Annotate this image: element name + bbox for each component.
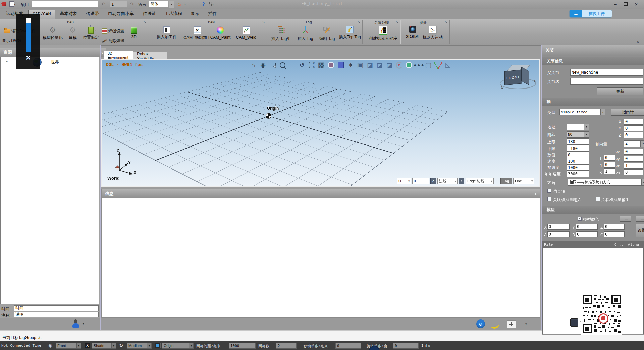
robot-motion-button[interactable]: ▷ 机器人运动 [421, 26, 444, 40]
model-z-input[interactable] [604, 224, 625, 230]
rotate-point-icon[interactable] [395, 61, 403, 69]
weld-settings-button[interactable]: 焊缝设置 [102, 28, 124, 34]
note-input[interactable] [14, 312, 99, 317]
reference-icon-button[interactable] [155, 343, 161, 348]
cad-dialog-launcher-icon[interactable]: ↘ [144, 20, 146, 24]
select-rect-icon[interactable] [337, 61, 344, 69]
y-input[interactable] [624, 125, 643, 131]
k-input[interactable] [604, 168, 615, 174]
update-button[interactable]: 更新 [597, 88, 643, 95]
grid-count-input[interactable] [276, 343, 297, 349]
tree-expand-icon[interactable]: + [5, 60, 9, 64]
time-input[interactable] [14, 305, 99, 311]
axis-vector-select[interactable]: Z [624, 140, 641, 147]
tree-node-world[interactable]: 世界 [51, 59, 59, 65]
model-lightweight-button[interactable]: ⚙ 模型轻量化 [42, 26, 63, 41]
shade-mode-select[interactable]: Shade [92, 343, 111, 349]
jerk-input[interactable] [567, 171, 589, 177]
u-select[interactable]: U [397, 178, 411, 184]
panel-robot-icon[interactable] [570, 318, 578, 327]
model-settings-button[interactable]: 设置 [636, 224, 644, 237]
quality-arrow[interactable]: ▾ [147, 343, 152, 349]
u-value-input[interactable] [412, 178, 429, 184]
restore-button[interactable] [621, 1, 631, 7]
ribbon-collapse-icon[interactable]: ∧ [637, 40, 639, 43]
insert-workpiece-button[interactable]: 插入加工件 [154, 26, 179, 40]
direction-select[interactable]: 相同——与标准系统轴方向 [568, 179, 642, 186]
shade-mode-arrow[interactable]: ▾ [111, 343, 116, 349]
view-direction-select[interactable]: Front [56, 343, 76, 349]
tab-3d-environment[interactable]: 3D Environment [104, 51, 133, 59]
rotate-view-icon[interactable]: ↺ [298, 61, 306, 69]
model-y-input[interactable] [576, 224, 598, 230]
3d-viewport[interactable]: OGL - HW64 fps ⌂ ◉ ↺ ↖ ↗↙ ↘ ▩ ⌖ ▣ ◪ ◪ ◪ … [101, 59, 540, 187]
origin-select[interactable]: Origin [162, 343, 189, 349]
operator-chevron-icon[interactable]: ▾ [83, 322, 84, 325]
attach-select[interactable]: NO [567, 131, 584, 138]
operator-icon[interactable] [72, 319, 80, 328]
origin-marker[interactable] [266, 113, 271, 119]
insert-tcp-tag-button[interactable]: 插入Tcp Tag [338, 26, 362, 40]
grid-spacing-input[interactable] [229, 343, 256, 349]
menu-tab-plugins[interactable]: 插件 [204, 9, 221, 19]
cam-milling-button[interactable]: ✕ CAM_铣削加工 [182, 26, 213, 41]
joint-name-input[interactable] [570, 78, 643, 85]
box-points-icon[interactable]: ▢ [425, 61, 432, 69]
color-column[interactable]: C... [614, 243, 623, 247]
clip-plane-y-icon[interactable]: ◪ [376, 61, 383, 69]
view-cube-letter-s[interactable]: S [501, 85, 503, 89]
type-select-arrow[interactable]: ▾ [600, 109, 605, 115]
i-input[interactable] [604, 155, 615, 161]
refresh-icon[interactable]: ↻ [119, 343, 123, 348]
swoosh-icon[interactable] [490, 320, 500, 330]
home-view-icon[interactable]: ⌂ [250, 61, 257, 69]
info-collapse-icon[interactable]: ‹ [535, 191, 536, 196]
j-input[interactable] [604, 162, 615, 168]
parent-joint-input[interactable] [570, 69, 643, 76]
va-input[interactable] [624, 169, 643, 175]
speed-input[interactable] [567, 158, 589, 164]
view-eye-icon[interactable]: ◉ [259, 61, 267, 69]
menu-tab-display[interactable]: 显示 [187, 9, 204, 19]
rotate-step-input[interactable] [393, 343, 419, 349]
view-cube[interactable]: FRONT S E [507, 65, 531, 92]
alpha-column[interactable]: Alpha [628, 243, 639, 247]
path-points-icon[interactable]: ◆─◆─◆ [415, 61, 422, 69]
origin-arrow[interactable]: ▾ [189, 343, 194, 349]
pan-icon[interactable] [288, 61, 296, 69]
create-robot-program-button[interactable]: 创建机器人程序 [368, 26, 398, 41]
z-toggle-button[interactable]: Z [430, 178, 436, 184]
value-input[interactable] [567, 152, 589, 158]
clear-weld-button[interactable]: 清除焊缝 [102, 38, 124, 44]
post-dialog-launcher-icon[interactable]: ↘ [396, 20, 398, 24]
drag-upload-button[interactable]: ☁ 拖拽上传 [570, 10, 612, 17]
quality-select[interactable]: Medium [127, 343, 147, 349]
visibility-eye-icon[interactable]: ◉ [48, 343, 52, 348]
position-calibration-button[interactable]: 位置标定 [82, 27, 100, 40]
3d-camera-button[interactable]: 3D相机 [405, 26, 421, 40]
close-button[interactable]: × [631, 1, 641, 7]
minimize-button[interactable]: – [610, 1, 621, 7]
sim-axis-checkbox[interactable] [547, 189, 551, 193]
model-x-input[interactable] [547, 224, 570, 230]
move-step-input[interactable] [335, 343, 361, 349]
address-select[interactable] [567, 124, 584, 130]
collapse-left-icon[interactable]: ‹ [101, 50, 103, 55]
browser-globe-icon[interactable]: e [476, 319, 485, 328]
model-c-input[interactable] [604, 231, 625, 237]
upper-limit-input[interactable] [567, 138, 589, 145]
kinematics-icon[interactable] [507, 320, 516, 328]
measure-icon[interactable]: ◺ [444, 61, 451, 69]
remove-model-button[interactable]: -... [636, 216, 644, 222]
z-input[interactable] [624, 132, 643, 138]
vz-input[interactable] [624, 163, 643, 169]
x-input[interactable] [624, 119, 643, 125]
edge-select[interactable]: Edge 切线 [466, 178, 494, 184]
menu-tab-process[interactable]: 工艺流程 [161, 9, 186, 19]
hatch-mode-icon[interactable]: ▩ [318, 61, 325, 69]
add-model-button[interactable]: +... [620, 216, 631, 222]
model-b-input[interactable] [576, 231, 598, 237]
zoom-window-icon[interactable] [269, 61, 276, 69]
status-x-button[interactable]: X [85, 343, 90, 348]
lower-limit-input[interactable] [567, 145, 589, 152]
